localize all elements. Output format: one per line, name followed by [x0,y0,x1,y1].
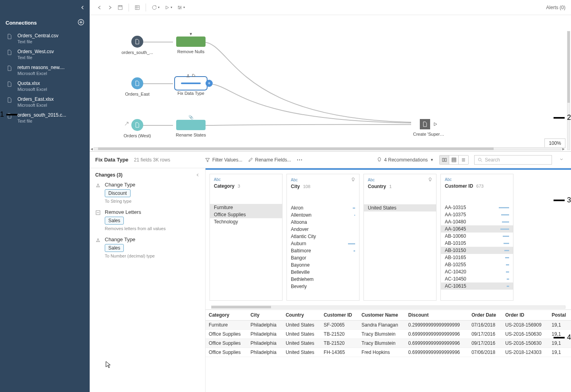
flow-input-node[interactable]: Orders (West) [121,119,153,138]
profile-value[interactable]: Akron [287,204,359,211]
flow-step-node-selected[interactable]: + Fix Data Type [173,78,209,96]
flow-output-node[interactable]: Create 'Supers... [411,119,447,136]
flow-step-label: Remove Nulls [175,49,207,54]
connection-item[interactable]: Quota.xlsx Microsoft Excel [0,78,90,94]
profile-card[interactable]: Abc Customer ID 673 AA-10315 AA-10375 AA… [440,174,513,301]
profile-view-button[interactable] [440,156,449,164]
collapse-button[interactable] [558,155,565,164]
profile-value[interactable]: Bethlehem [287,276,359,283]
flow-input-node[interactable]: orders_south_... [121,36,153,55]
profile-value[interactable]: AB-10060 [441,233,513,240]
change-item[interactable]: Change Type Discount To String type [95,182,200,204]
profile-value[interactable]: Technology [210,218,282,225]
search-input[interactable]: Search [474,155,552,165]
profile-value[interactable]: AC-10420 [441,268,513,275]
profile-card[interactable]: Abc Category 3 Furniture Office Supplies… [210,174,283,301]
filter-values-button[interactable]: Filter Values... [205,157,242,163]
lightbulb-icon [377,157,382,163]
grid-view-button[interactable] [449,156,459,164]
grid-row[interactable]: Office SuppliesPhiladelphiaUnited States… [206,348,571,357]
data-button[interactable] [133,3,142,12]
flow-step-node[interactable]: 📎 Rename States [173,120,209,137]
profile-value[interactable]: AB-10255 [441,261,513,268]
grid-header[interactable]: Country [283,310,321,321]
field-count: 3 [238,184,240,188]
profile-value[interactable]: Allentown [287,211,359,219]
grid-header[interactable]: Discount [405,310,468,321]
profile-value[interactable]: AA-10645 [441,225,513,233]
lightbulb-icon[interactable] [351,177,355,182]
profile-value[interactable]: AB-10105 [441,240,513,247]
profile-value[interactable]: Bayonne [287,261,359,269]
profile-value[interactable]: United States [364,204,436,211]
sidebar-collapse-bar[interactable] [0,0,90,15]
add-connection-button[interactable] [78,19,84,27]
alerts-button[interactable]: Alerts (0) [546,5,565,10]
profile-value[interactable]: Beverly [287,283,359,290]
play-icon [164,5,170,10]
connection-item[interactable]: Orders_West.csv Text file [0,46,90,62]
profile-value[interactable]: AC-10450 [441,275,513,282]
profile-value[interactable]: Auburn [287,240,359,247]
change-field-pill: Sales [105,217,124,225]
flow-hscroll[interactable]: ◂▸ [90,146,565,151]
play-icon[interactable] [433,121,438,127]
grid-row[interactable]: Office SuppliesPhiladelphiaUnited States… [206,339,571,348]
grid-row[interactable]: FurniturePhiladelphiaUnited StatesSF-200… [206,321,571,330]
file-icon [135,122,140,128]
connection-type: Microsoft Excel [17,103,54,108]
data-icon [135,5,140,10]
recommendations-button[interactable]: 4 Recommendations ▼ [377,157,434,163]
flow-step-node[interactable]: ▼ Remove Nulls [173,37,209,54]
more-options-button[interactable] [296,158,303,162]
change-item[interactable]: Change Type Sales To Number (decimal) ty… [95,236,200,258]
flow-input-node[interactable]: Orders_East [121,77,153,96]
profile-value[interactable]: Bangor [287,254,359,261]
profile-value[interactable]: Andover [287,226,359,233]
profile-value[interactable]: AC-10615 [441,282,513,290]
cards-icon [442,158,447,162]
connection-item[interactable]: Orders_East.xlsx Microsoft Excel [0,94,90,110]
changes-header: Changes (3) [90,168,205,182]
profile-card[interactable]: Abc City 108 Akron Allentown Altoona And… [286,174,360,301]
refresh-button[interactable]: ▾ [150,3,161,12]
profile-value[interactable]: AB-10165 [441,254,513,261]
change-item[interactable]: Remove Letters Sales Removes letters fro… [95,209,200,231]
profile-value[interactable]: Belleville [287,269,359,276]
callout-1: 1 [0,110,17,119]
undo-button[interactable] [95,3,104,12]
list-view-button[interactable] [459,156,468,164]
grid-header[interactable]: Order Date [468,310,502,321]
grid-header[interactable]: Order ID [502,310,548,321]
flow-pane[interactable]: orders_south_... Orders_East Orders (Wes… [90,15,571,152]
profile-value[interactable]: Furniture [210,204,282,211]
filter-icon: ▼ [189,32,193,36]
settings-button[interactable]: ▾ [175,3,186,12]
grid-header[interactable]: Category [206,310,247,321]
profile-value[interactable]: AA-10375 [441,211,513,218]
profile-value[interactable]: AA-10315 [441,204,513,211]
redo-button[interactable] [106,3,114,12]
profile-card[interactable]: Abc Country 1 United States [363,174,436,301]
run-button[interactable]: ▾ [163,3,174,12]
profile-value[interactable]: Office Supplies [210,211,282,218]
profile-value[interactable]: Altoona [287,219,359,226]
connection-item[interactable]: return reasons_new.... Microsoft Excel [0,62,90,78]
connection-item[interactable]: Orders_Central.csv Text file [0,31,90,46]
grid-header[interactable]: Postal [548,310,571,321]
profile-value[interactable]: Baltimore [287,247,359,254]
chevron-left-icon[interactable] [196,173,200,177]
lightbulb-icon[interactable] [428,177,432,182]
rename-fields-button[interactable]: Rename Fields... [248,157,291,163]
grid-header[interactable]: Customer Name [358,310,405,321]
profile-value[interactable]: Atlantic City [287,233,359,240]
profile-value[interactable]: AB-10150 [441,247,513,254]
grid-header[interactable]: Customer ID [321,310,358,321]
profile-hscroll[interactable] [206,305,571,309]
grid-header[interactable]: City [247,310,283,321]
profile-value[interactable]: AA-10480 [441,218,513,225]
add-step-button[interactable]: + [206,80,213,87]
grid-row[interactable]: Office SuppliesPhiladelphiaUnited States… [206,330,571,339]
save-button[interactable] [116,3,125,12]
output-file-icon [420,119,430,129]
